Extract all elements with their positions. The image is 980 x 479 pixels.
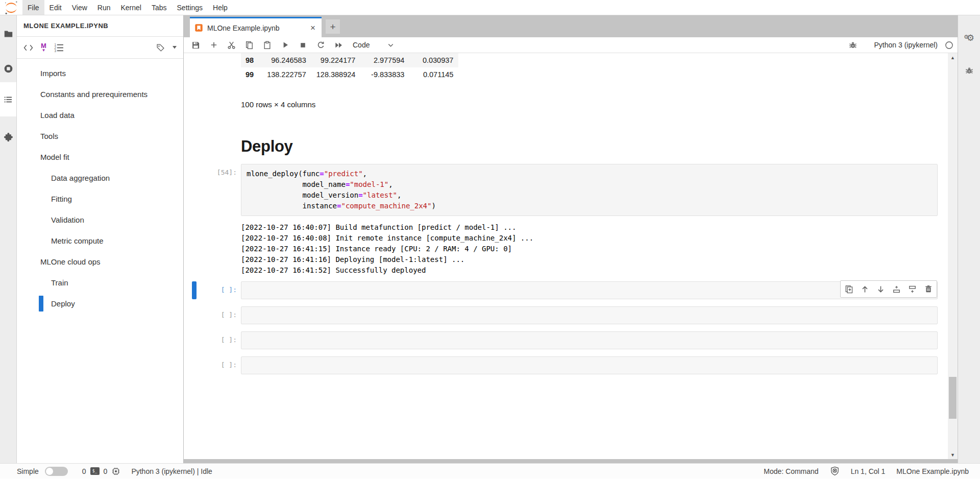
debugger-icon[interactable]: [958, 60, 980, 81]
insert-cell-above-icon[interactable]: [889, 281, 904, 297]
menu-item-settings[interactable]: Settings: [172, 0, 208, 15]
kernels-count[interactable]: 0: [104, 467, 108, 475]
notebook-icon: [194, 23, 203, 32]
scroll-up-icon[interactable]: ▲: [948, 53, 958, 62]
save-icon[interactable]: [187, 38, 205, 52]
menu-item-run[interactable]: Run: [92, 0, 116, 15]
output-area: [2022-10-27 16:40:07] Build metafunction…: [184, 221, 948, 276]
numbered-headings-icon[interactable]: 123: [54, 43, 64, 52]
toc-item-tools[interactable]: Tools: [17, 126, 183, 147]
cell-collapser[interactable]: [192, 164, 197, 216]
code-cells-filter-icon[interactable]: [23, 44, 33, 52]
run-icon[interactable]: [276, 38, 294, 52]
terminal-icon: $_: [90, 467, 100, 475]
cell-type-select[interactable]: Code: [353, 41, 395, 49]
table-of-contents-icon[interactable]: [0, 82, 16, 116]
jupyter-logo: [0, 0, 22, 15]
right-activity-bar: ⚙⚙: [958, 15, 980, 463]
command-mode-indicator[interactable]: Mode: Command: [764, 467, 818, 475]
restart-kernel-icon[interactable]: [312, 38, 330, 52]
run-all-icon[interactable]: [330, 38, 348, 52]
menu-item-file[interactable]: File: [22, 0, 44, 15]
tab-mlone-example[interactable]: MLOne Example.ipynb ×: [190, 17, 322, 37]
trust-shield-icon[interactable]: [830, 466, 840, 476]
kernel-status-icon[interactable]: [945, 41, 953, 50]
duplicate-cell-icon[interactable]: [841, 281, 857, 297]
running-sessions-icon[interactable]: [0, 54, 16, 83]
insert-cell-below-icon[interactable]: [904, 281, 920, 297]
tag-caret-down-icon[interactable]: [173, 46, 177, 49]
delete-cell-icon[interactable]: [920, 281, 936, 297]
close-icon[interactable]: ×: [309, 23, 317, 32]
toc-item-data-aggregation[interactable]: Data aggregation: [17, 167, 183, 188]
output-line: [2022-10-27 16:40:08] Init remote instan…: [241, 233, 938, 244]
toc-item-mlone-cloud-ops[interactable]: MLOne cloud ops: [17, 251, 183, 272]
terminals-count[interactable]: 0: [82, 467, 86, 475]
property-inspector-icon[interactable]: ⚙⚙: [958, 27, 980, 47]
chevron-down-icon: [387, 41, 395, 49]
toc-item-load-data[interactable]: Load data: [17, 105, 183, 126]
menu-item-view[interactable]: View: [67, 0, 92, 15]
add-cell-icon[interactable]: [205, 38, 223, 52]
toc-item-label: MLOne cloud ops: [40, 257, 101, 266]
copy-cells-icon[interactable]: [240, 38, 258, 52]
empty-prompt: [ ]:: [184, 331, 241, 349]
tag-filter-icon[interactable]: [156, 43, 165, 52]
scrollbar-thumb[interactable]: [949, 377, 957, 419]
toc-item-label: Deploy: [51, 299, 75, 308]
cell-value: 0.030937: [409, 53, 458, 67]
toc-item-model-fit[interactable]: Model fit: [17, 147, 183, 167]
move-cell-up-icon[interactable]: [857, 281, 873, 297]
simple-mode-toggle[interactable]: [45, 467, 68, 476]
toc-item-metric-compute[interactable]: Metric compute: [17, 230, 183, 251]
scroll-down-icon[interactable]: ▼: [948, 450, 958, 459]
toc-item-deploy[interactable]: Deploy: [17, 293, 183, 314]
menu-item-help[interactable]: Help: [208, 0, 233, 15]
output-line: [2022-10-27 16:41:16] Deploying [model-1…: [241, 254, 938, 265]
code-editor[interactable]: mlone_deploy(func="predict", model_name=…: [241, 164, 938, 216]
code-editor-empty[interactable]: [241, 281, 938, 299]
toolbar-buttons: [187, 38, 348, 52]
kernel-name[interactable]: Python 3 (ipykernel): [874, 41, 938, 49]
toc-item-label: Imports: [40, 69, 66, 78]
dock-bottom-strip: [184, 459, 958, 463]
extensions-icon[interactable]: [0, 123, 16, 151]
code-editor-empty[interactable]: [241, 356, 938, 374]
toc-item-fitting[interactable]: Fitting: [17, 188, 183, 209]
toc-item-imports[interactable]: Imports: [17, 63, 183, 84]
active-code-cell[interactable]: [ ]:: [184, 281, 948, 299]
empty-code-cell[interactable]: [ ]:: [184, 306, 948, 324]
vertical-scrollbar[interactable]: ▲ ▼: [948, 53, 958, 459]
output-line: [2022-10-27 16:41:52] Successfully deplo…: [241, 265, 938, 276]
menu-item-edit[interactable]: Edit: [44, 0, 67, 15]
kernel-status-text[interactable]: Python 3 (ipykernel) | Idle: [131, 467, 212, 475]
cursor-position[interactable]: Ln 1, Col 1: [851, 467, 886, 475]
code-editor-empty[interactable]: [241, 331, 938, 349]
menu-item-tabs[interactable]: Tabs: [146, 0, 172, 15]
markdown-cells-filter-icon[interactable]: M▼: [41, 43, 46, 52]
toc-item-constants-and-prerequirements[interactable]: Constants and prerequirements: [17, 84, 183, 105]
row-index: 98: [241, 53, 262, 67]
empty-code-cell[interactable]: [ ]:: [184, 331, 948, 349]
move-cell-down-icon[interactable]: [873, 281, 889, 297]
cut-cells-icon[interactable]: [223, 38, 240, 52]
menu-bar: FileEditViewRunKernelTabsSettingsHelp: [0, 0, 980, 15]
markdown-cell-deploy[interactable]: Deploy: [184, 137, 948, 156]
code-editor-empty[interactable]: [241, 306, 938, 324]
menu-item-kernel[interactable]: Kernel: [115, 0, 146, 15]
empty-code-cell[interactable]: [ ]:: [184, 356, 948, 374]
toc-item-label: Metric compute: [51, 236, 104, 245]
active-cell-collapser[interactable]: [192, 281, 197, 299]
toc-item-validation[interactable]: Validation: [17, 209, 183, 230]
code-line: mlone_deploy(func="predict",: [247, 169, 932, 179]
toc-item-train[interactable]: Train: [17, 272, 183, 293]
code-cell-54[interactable]: [54]: mlone_deploy(func="predict", model…: [184, 164, 948, 216]
new-tab-button[interactable]: +: [326, 19, 340, 34]
debugger-toggle-icon[interactable]: [848, 40, 857, 50]
stop-icon[interactable]: [294, 38, 312, 52]
row-index: 99: [241, 67, 262, 82]
folder-icon[interactable]: [0, 19, 16, 48]
cell-type-value: Code: [353, 41, 370, 49]
cell-action-toolbar: [840, 280, 937, 298]
paste-cells-icon[interactable]: [258, 38, 276, 52]
